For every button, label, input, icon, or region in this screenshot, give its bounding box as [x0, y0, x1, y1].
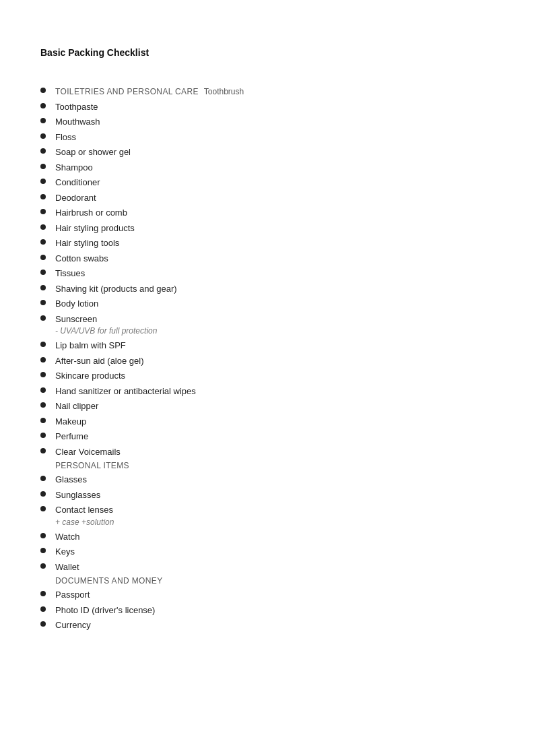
- item-text: Toothpaste: [55, 100, 98, 114]
- list-item: Body lotion: [40, 297, 494, 311]
- item-text: Wallet: [55, 561, 79, 574]
- item-text: After-sun aid (aloe gel): [55, 354, 144, 368]
- item-text: Floss: [55, 131, 76, 144]
- bullet-icon: [40, 209, 46, 214]
- bullet-icon: [40, 300, 46, 305]
- list-item: Perfume: [40, 430, 494, 443]
- item-text: Sunglasses: [55, 489, 100, 502]
- bullet-icon: [40, 342, 46, 347]
- list-item: Tissues: [40, 267, 494, 280]
- item-text: Hand sanitizer or antibacterial wipes: [55, 385, 196, 398]
- item-text: Conditioner: [55, 176, 100, 189]
- bullet-icon: [40, 133, 46, 139]
- bullet-icon: [40, 270, 46, 275]
- item-text: Mouthwash: [55, 115, 100, 129]
- bullet-icon: [40, 491, 46, 497]
- bullet-icon: [40, 285, 46, 290]
- bullet-icon: [40, 448, 46, 453]
- item-text: Currency: [55, 619, 91, 632]
- bullet-icon: [40, 164, 46, 169]
- list-item: Deodorant: [40, 191, 494, 205]
- item-text: Cotton swabs: [55, 252, 108, 265]
- item-text: Tissues: [55, 267, 85, 280]
- list-item: Cotton swabs: [40, 252, 494, 265]
- item-note: - UVA/UVB for full protection: [55, 326, 157, 336]
- list-item: Lip balm with SPF: [40, 339, 494, 352]
- item-text: Passport: [55, 588, 90, 602]
- bullet-icon: [40, 418, 46, 423]
- item-text: Hair styling tools: [55, 237, 119, 250]
- bullet-icon: [40, 402, 46, 408]
- list-item: Currency: [40, 619, 494, 632]
- list-item: Photo ID (driver's license): [40, 604, 494, 617]
- list-item: Hand sanitizer or antibacterial wipes: [40, 385, 494, 398]
- item-text: Glasses: [55, 473, 87, 486]
- list-item: Soap or shower gel: [40, 146, 494, 159]
- item-text: Watch: [55, 530, 79, 544]
- bullet-icon: [40, 476, 46, 481]
- item-text: Nail clipper: [55, 400, 98, 413]
- list-item: Watch: [40, 530, 494, 544]
- list-item: Keys: [40, 545, 494, 559]
- checklist: TOILETRIES AND PERSONAL CAREToothbrushTo…: [40, 85, 494, 632]
- section-header-inline-label: Toothbrush: [204, 87, 244, 96]
- bullet-icon: [40, 148, 46, 154]
- list-item: Sunscreen- UVA/UVB for full protection: [40, 313, 494, 338]
- list-item: TOILETRIES AND PERSONAL CAREToothbrush: [40, 85, 494, 98]
- list-item: Contact lenses+ case +solution: [40, 503, 494, 528]
- list-item: Hairbrush or comb: [40, 206, 494, 220]
- list-item: Conditioner: [40, 176, 494, 189]
- bullet-icon: [40, 224, 46, 230]
- bullet-icon: [40, 315, 46, 321]
- item-text: Soap or shower gel: [55, 146, 131, 159]
- bullet-icon: [40, 372, 46, 377]
- list-item: Shaving kit (products and gear): [40, 282, 494, 296]
- item-text: Body lotion: [55, 297, 98, 311]
- item-text: TOILETRIES AND PERSONAL CAREToothbrush: [55, 85, 244, 98]
- bullet-icon: [40, 179, 46, 184]
- page-title: Basic Packing Checklist: [40, 47, 494, 58]
- page-container: Basic Packing Checklist TOILETRIES AND P…: [0, 0, 534, 674]
- list-item: Mouthwash: [40, 115, 494, 129]
- item-text: Deodorant: [55, 191, 96, 205]
- bullet-icon: [40, 118, 46, 123]
- bullet-icon: [40, 548, 46, 553]
- bullet-icon: [40, 239, 46, 245]
- list-item: Hair styling tools: [40, 237, 494, 250]
- list-item: Wallet: [40, 561, 494, 574]
- item-text: Hair styling products: [55, 222, 135, 235]
- bullet-icon: [40, 591, 46, 596]
- item-text: Keys: [55, 545, 75, 559]
- bullet-icon: [40, 563, 46, 569]
- list-item: Hair styling products: [40, 222, 494, 235]
- item-text: Hairbrush or comb: [55, 206, 127, 220]
- bullet-icon: [40, 255, 46, 260]
- item-text: Contact lenses: [55, 503, 113, 517]
- list-item: Toothpaste: [40, 100, 494, 114]
- bullet-icon: [40, 621, 46, 627]
- item-text: Lip balm with SPF: [55, 339, 126, 352]
- list-item: Passport: [40, 588, 494, 602]
- section-header: PERSONAL ITEMS: [40, 461, 494, 470]
- item-text: Makeup: [55, 415, 86, 429]
- list-item: Nail clipper: [40, 400, 494, 413]
- item-text: Shaving kit (products and gear): [55, 282, 177, 296]
- section-header-label: PERSONAL ITEMS: [40, 461, 494, 470]
- section-header-label: TOILETRIES AND PERSONAL CARE: [55, 87, 199, 96]
- bullet-icon: [40, 533, 46, 538]
- item-text: Photo ID (driver's license): [55, 604, 155, 617]
- list-item: Makeup: [40, 415, 494, 429]
- list-item: Clear Voicemails: [40, 445, 494, 459]
- list-item: Sunglasses: [40, 489, 494, 502]
- item-text: Shampoo: [55, 161, 93, 175]
- list-item: After-sun aid (aloe gel): [40, 354, 494, 368]
- bullet-icon: [40, 194, 46, 199]
- list-item: Floss: [40, 131, 494, 144]
- list-item: Skincare products: [40, 369, 494, 383]
- bullet-icon: [40, 387, 46, 393]
- item-text: Skincare products: [55, 369, 125, 383]
- bullet-icon: [40, 433, 46, 438]
- bullet-icon: [40, 506, 46, 511]
- section-header: DOCUMENTS AND MONEY: [40, 576, 494, 586]
- bullet-icon: [40, 357, 46, 363]
